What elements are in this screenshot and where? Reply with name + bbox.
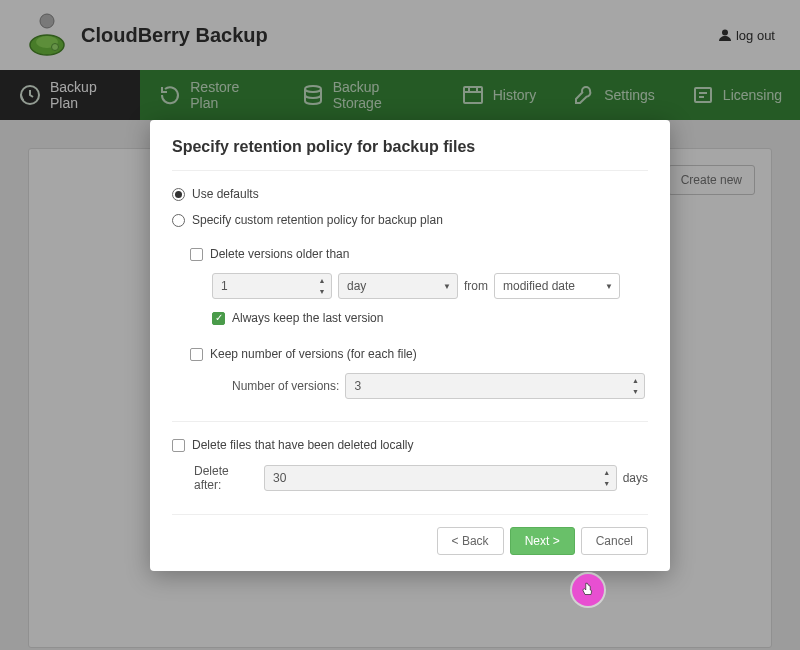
num-versions-row: Number of versions: 3 ▲▼	[232, 373, 648, 399]
radio-label: Use defaults	[192, 187, 259, 201]
days-label: days	[623, 471, 648, 485]
check-always-keep[interactable]: Always keep the last version	[212, 311, 648, 325]
radio-custom[interactable]: Specify custom retention policy for back…	[172, 213, 648, 227]
older-unit-select[interactable]: day ▼	[338, 273, 458, 299]
modal-footer: < Back Next > Cancel	[172, 514, 648, 555]
retention-modal: Specify retention policy for backup file…	[150, 120, 670, 571]
chevron-down-icon: ▼	[443, 282, 451, 291]
num-versions-input[interactable]: 3 ▲▼	[345, 373, 645, 399]
older-value-input[interactable]: 1 ▲▼	[212, 273, 332, 299]
spinner-icon[interactable]: ▲▼	[600, 467, 614, 489]
back-button[interactable]: < Back	[437, 527, 504, 555]
num-versions-label: Number of versions:	[232, 379, 339, 393]
from-select[interactable]: modified date ▼	[494, 273, 620, 299]
delete-after-input[interactable]: 30 ▲▼	[264, 465, 617, 491]
chevron-down-icon: ▼	[605, 282, 613, 291]
spinner-icon[interactable]: ▲▼	[628, 375, 642, 397]
cursor-indicator	[572, 574, 604, 606]
radio-label: Specify custom retention policy for back…	[192, 213, 443, 227]
check-label: Delete versions older than	[210, 247, 349, 261]
select-value: modified date	[503, 279, 575, 293]
checkbox-icon	[172, 439, 185, 452]
checkbox-icon	[190, 348, 203, 361]
select-value: day	[347, 279, 366, 293]
next-button[interactable]: Next >	[510, 527, 575, 555]
cancel-button[interactable]: Cancel	[581, 527, 648, 555]
check-delete-local[interactable]: Delete files that have been deleted loca…	[172, 438, 648, 452]
radio-icon	[172, 214, 185, 227]
input-value: 30	[273, 471, 286, 485]
check-label: Delete files that have been deleted loca…	[192, 438, 413, 452]
checkbox-icon	[212, 312, 225, 325]
checkbox-icon	[190, 248, 203, 261]
modal-title: Specify retention policy for backup file…	[172, 138, 648, 171]
delete-older-inputs: 1 ▲▼ day ▼ from modified date ▼	[212, 273, 648, 299]
input-value: 3	[354, 379, 361, 393]
divider	[172, 421, 648, 422]
delete-after-row: Delete after: 30 ▲▼ days	[194, 464, 648, 492]
check-label: Keep number of versions (for each file)	[210, 347, 417, 361]
check-delete-older[interactable]: Delete versions older than	[190, 247, 648, 261]
radio-icon	[172, 188, 185, 201]
check-label: Always keep the last version	[232, 311, 383, 325]
input-value: 1	[221, 279, 228, 293]
from-label: from	[464, 279, 488, 293]
spinner-icon[interactable]: ▲▼	[315, 275, 329, 297]
radio-use-defaults[interactable]: Use defaults	[172, 187, 648, 201]
delete-after-label: Delete after:	[194, 464, 258, 492]
pointer-icon	[579, 581, 597, 599]
check-keep-number[interactable]: Keep number of versions (for each file)	[190, 347, 648, 361]
